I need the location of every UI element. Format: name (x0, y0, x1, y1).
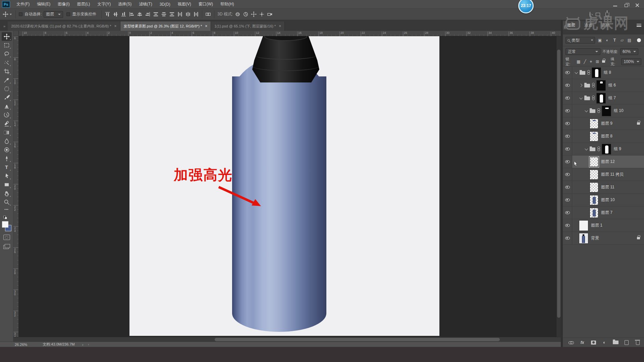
3d-pan-icon[interactable] (251, 11, 257, 17)
dist-bottom-icon[interactable] (169, 11, 175, 17)
eye-icon[interactable] (565, 160, 570, 163)
share-icon[interactable] (605, 12, 609, 16)
layer-thumbnail[interactable] (590, 131, 598, 141)
eraser-tool[interactable] (2, 119, 12, 128)
group-mask-thumbnail[interactable] (596, 93, 606, 104)
move-tool[interactable] (2, 32, 12, 41)
visibility-cell[interactable] (563, 181, 572, 193)
layer-name[interactable]: 图层 11 拷贝 (601, 172, 624, 177)
adjustment-layer-icon[interactable]: ◐ (601, 340, 607, 346)
layer-name[interactable]: 组 9 (614, 146, 621, 152)
menu-item[interactable]: 滤镜(T) (135, 0, 156, 8)
history-brush-tool[interactable] (2, 111, 12, 119)
lock-artboard-icon[interactable]: ⊞ (595, 59, 600, 64)
layer-name[interactable]: 组 6 (608, 82, 616, 88)
tools-collapse-icon[interactable]: » (0, 24, 8, 31)
minimize-icon[interactable] (613, 4, 617, 6)
visibility-cell[interactable] (563, 117, 572, 130)
layer-row[interactable]: 图层 7 (563, 206, 644, 219)
layer-thumbnail[interactable] (590, 195, 598, 205)
group-mask-thumbnail[interactable] (596, 80, 606, 91)
zoom-level[interactable]: 26.26% (15, 343, 27, 347)
clone-stamp-tool[interactable] (2, 102, 12, 111)
layer-name[interactable]: 图层 7 (601, 210, 612, 216)
layer-thumbnail[interactable] (590, 182, 598, 192)
group-chevron-icon[interactable] (579, 84, 583, 87)
layer-name[interactable]: 图层 12 (601, 159, 615, 165)
default-colors-icon[interactable] (2, 215, 11, 219)
horizontal-scrollbar[interactable] (13, 337, 561, 342)
menu-item[interactable]: 视图(V) (174, 0, 195, 8)
opacity-dropdown[interactable]: 60% (620, 48, 638, 55)
blend-mode-dropdown[interactable]: 正常 (566, 48, 600, 55)
layer-name[interactable]: 组 7 (608, 95, 616, 101)
eye-icon[interactable] (565, 198, 570, 201)
group-chevron-icon[interactable] (585, 109, 588, 112)
eyedropper-tool[interactable] (2, 76, 12, 84)
filter-shape-layers-icon[interactable]: ▱ (620, 38, 625, 43)
active-tool-indicator[interactable] (3, 11, 12, 17)
hand-tool[interactable] (2, 189, 12, 198)
align-hcenter-icon[interactable] (137, 11, 143, 17)
lock-all-icon[interactable] (602, 60, 605, 63)
group-mask-thumbnail[interactable] (602, 144, 611, 155)
layer-name[interactable]: 组 8 (604, 70, 611, 75)
visibility-cell[interactable] (563, 79, 572, 92)
visibility-cell[interactable] (563, 156, 572, 168)
close-window-icon[interactable] (635, 3, 639, 7)
menu-item[interactable]: 帮助(H) (217, 0, 238, 8)
crop-tool[interactable] (2, 67, 12, 76)
eye-icon[interactable] (565, 211, 570, 214)
eye-icon[interactable] (565, 122, 570, 125)
path-select-tool[interactable] (2, 172, 12, 180)
layer-row[interactable]: 组 10 (563, 105, 644, 117)
panel-tab-通道[interactable]: 通道 (580, 21, 597, 29)
panel-tab-路径[interactable]: 路径 (597, 21, 614, 29)
lock-position-icon[interactable]: + (589, 59, 593, 64)
document-tab[interactable]: 发型喷雾原图.psd @ 26.3% (图层 12, RGB/8*) *× (120, 21, 211, 31)
vertical-scrollbar[interactable] (556, 36, 561, 337)
3d-camera-icon[interactable] (267, 11, 273, 17)
layer-row[interactable]: 组 9 (563, 143, 644, 156)
healing-tool[interactable] (2, 84, 12, 93)
menu-item[interactable]: 选择(S) (114, 0, 135, 8)
quick-mask-icon[interactable] (3, 235, 10, 240)
menu-item[interactable]: 窗口(W) (195, 0, 217, 8)
layer-name[interactable]: 图层 11 (601, 184, 614, 190)
layer-row[interactable]: 图层 10 (563, 194, 644, 206)
tab-close-icon[interactable]: × (279, 24, 281, 28)
layer-style-icon[interactable]: fx (579, 340, 585, 346)
menu-item[interactable]: 图层(L) (73, 0, 94, 8)
eye-icon[interactable] (565, 186, 570, 189)
layer-thumbnail[interactable] (590, 208, 598, 218)
eye-icon[interactable] (565, 97, 570, 100)
auto-align-icon[interactable] (205, 11, 211, 17)
eye-icon[interactable] (565, 173, 570, 176)
auto-select-checkbox[interactable] (19, 12, 22, 16)
align-right-icon[interactable] (145, 11, 151, 17)
filter-adjustment-layers-icon[interactable]: ◐ (605, 38, 610, 43)
visibility-cell[interactable] (563, 105, 572, 117)
layer-name[interactable]: 图层 9 (601, 121, 612, 126)
panel-menu-icon[interactable] (637, 24, 641, 27)
scroll-left-icon[interactable]: ‹ (88, 343, 89, 346)
menu-item[interactable]: 编辑(E) (33, 0, 54, 8)
align-left-icon[interactable] (129, 11, 135, 17)
status-expand-icon[interactable]: › (82, 343, 84, 347)
link-layers-icon[interactable] (568, 340, 574, 346)
filter-smart-objects-icon[interactable]: ▤ (627, 38, 632, 43)
panel-tab-图层[interactable]: 图层 (563, 21, 580, 29)
visibility-cell[interactable] (563, 92, 572, 104)
layer-row[interactable]: 图层 8 (563, 130, 644, 143)
filter-toggle[interactable] (637, 38, 641, 43)
group-mask-thumbnail[interactable] (602, 106, 611, 116)
visibility-cell[interactable] (563, 168, 572, 181)
eye-icon[interactable] (565, 109, 570, 112)
visibility-cell[interactable] (563, 206, 572, 219)
tab-close-icon[interactable]: × (114, 24, 117, 28)
delete-layer-icon[interactable] (635, 340, 641, 346)
layer-thumbnail[interactable] (590, 170, 598, 180)
layer-thumbnail[interactable] (590, 157, 598, 167)
align-vcenter-icon[interactable] (113, 11, 118, 17)
visibility-cell[interactable] (563, 143, 572, 155)
